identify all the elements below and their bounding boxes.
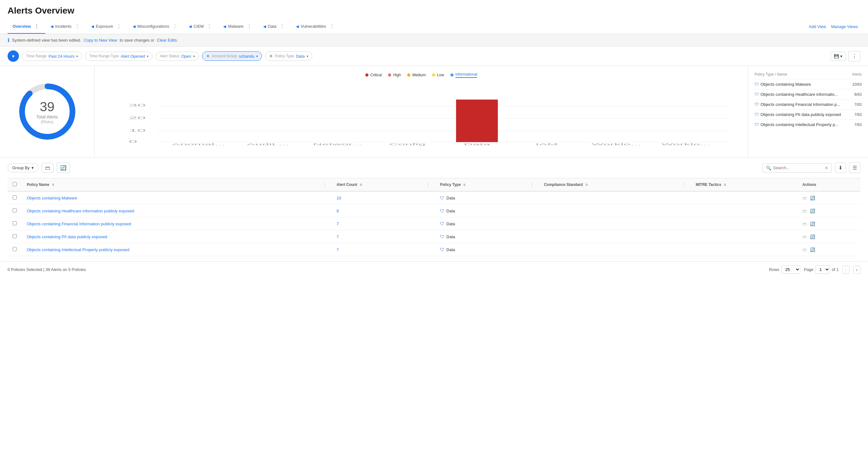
row-policy-type-0: Data [446, 196, 455, 200]
row-alert-count-4[interactable]: 7 [337, 247, 339, 252]
row-archive-icon-3[interactable]: 🗃 [802, 234, 807, 239]
tab-incidents[interactable]: ◀ Incidents ⋮ [45, 20, 86, 34]
account-group-value: schandu [239, 54, 254, 59]
policy-item-name-1: Objects containing Healthcare informatio… [761, 92, 855, 97]
sort-policy-type-icon[interactable]: ⇅ [463, 183, 466, 187]
tab-overview[interactable]: Overview ⋮ [7, 20, 45, 34]
alert-status-filter[interactable]: Alert Status Open ▾ [156, 52, 199, 61]
pagination: Rows 25 50 100 Page 1 of 1 ‹ › [769, 265, 861, 274]
severity-legend: Critical High Medium Low Informational [101, 72, 742, 78]
tab-ciem-dots[interactable]: ⋮ [206, 23, 213, 29]
sort-alert-count-icon[interactable]: ⇅ [360, 183, 362, 187]
row-archive-icon-1[interactable]: 🗃 [802, 209, 807, 213]
legend-critical[interactable]: Critical [365, 72, 382, 78]
row-mitre-1 [690, 204, 797, 217]
row-policy-name-3[interactable]: Objects containing PII data publicly exp… [27, 234, 107, 239]
donut-center: 39 Total Alerts (Risks) [36, 99, 58, 124]
tab-vulnerabilities-dots[interactable]: ⋮ [328, 23, 336, 29]
tab-malware-dots[interactable]: ⋮ [246, 23, 253, 29]
row-alert-count-3[interactable]: 7 [337, 234, 339, 239]
save-button[interactable]: 💾 ▾ [831, 52, 846, 61]
tab-incidents-label: Incidents [55, 24, 71, 29]
row-alert-count-1[interactable]: 8 [337, 209, 339, 213]
search-input[interactable] [773, 165, 823, 170]
tab-data-dots[interactable]: ⋮ [278, 23, 286, 29]
ciem-icon: ◀ [189, 24, 192, 29]
sort-compliance-icon[interactable]: ⇅ [585, 183, 588, 187]
row-refresh-icon-3[interactable]: 🔄 [810, 234, 815, 239]
tab-vulnerabilities[interactable]: ◀ Vulnerabilities ⋮ [291, 20, 340, 34]
row-refresh-icon-2[interactable]: 🔄 [810, 221, 815, 226]
row-archive-icon-2[interactable]: 🗃 [802, 221, 807, 226]
select-all-checkbox[interactable] [12, 182, 17, 186]
tab-misconfigurations-dots[interactable]: ⋮ [171, 23, 179, 29]
tab-exposure[interactable]: ◀ Exposure ⋮ [86, 20, 128, 34]
time-range-type-filter[interactable]: Time Range Type Alert Opened ▾ [85, 52, 153, 61]
legend-high[interactable]: High [388, 72, 401, 78]
high-dot [388, 73, 391, 76]
download-button[interactable]: ⬇ [835, 163, 846, 173]
more-options-button[interactable]: ⋮ [848, 51, 861, 61]
time-range-label: Time Range [26, 54, 46, 58]
tab-overview-dots[interactable]: ⋮ [33, 23, 40, 29]
col-mitre: MITRE Tactics [695, 183, 721, 187]
row-checkbox-4[interactable] [12, 247, 17, 251]
search-clear-icon[interactable]: ✕ [825, 165, 828, 170]
row-refresh-icon-0[interactable]: 🔄 [810, 196, 815, 200]
row-archive-icon-0[interactable]: 🗃 [802, 196, 807, 200]
page-dropdown[interactable]: 1 [815, 265, 830, 274]
columns-button[interactable]: ☰ [849, 163, 861, 173]
archive-button[interactable]: 🗃 [41, 163, 54, 173]
group-by-button[interactable]: Group By ▾ [7, 163, 38, 172]
row-checkbox-1[interactable] [12, 208, 17, 212]
row-alert-count-2[interactable]: 7 [337, 221, 339, 226]
row-policy-name-2[interactable]: Objects containing Financial Information… [27, 221, 131, 226]
legend-medium[interactable]: Medium [407, 72, 426, 78]
refresh-button[interactable]: 🔄 [57, 163, 70, 173]
legend-informational[interactable]: Informational [451, 72, 477, 78]
row-refresh-icon-1[interactable]: 🔄 [810, 209, 815, 213]
tab-misconfigurations[interactable]: ◀ Misconfigurations ⋮ [128, 20, 184, 34]
next-page-button[interactable]: › [853, 265, 861, 274]
row-checkbox-2[interactable] [12, 221, 17, 225]
tab-malware[interactable]: ◀ Malware ⋮ [218, 20, 258, 34]
time-range-filter[interactable]: Time Range Past 24 Hours ▾ [22, 52, 82, 61]
legend-low[interactable]: Low [432, 72, 444, 78]
resize-policy-name[interactable]: ⋮ [323, 183, 327, 187]
row-policy-name-1[interactable]: Objects containing Healthcare informatio… [27, 209, 134, 213]
clear-edits-link[interactable]: Clear Edits. [157, 38, 178, 42]
row-archive-icon-4[interactable]: 🗃 [802, 247, 807, 252]
resize-policy-type[interactable]: ⋮ [530, 183, 534, 187]
tab-ciem[interactable]: ◀ CIEM ⋮ [184, 20, 218, 34]
bar-chart-svg: 0 10 20 30 Anomal... Audit ... Networ...… [101, 83, 742, 146]
sort-mitre-icon[interactable]: ⇅ [724, 183, 726, 187]
donut-label: Total Alerts [36, 114, 58, 119]
manage-views-button[interactable]: Manage Views [829, 21, 861, 33]
row-checkbox-3[interactable] [12, 234, 17, 238]
rows-dropdown[interactable]: 25 50 100 [781, 265, 800, 274]
resize-alert-count[interactable]: ⋮ [426, 183, 430, 187]
add-view-button[interactable]: Add View [806, 21, 829, 33]
svg-text:Worklo...: Worklo... [592, 143, 641, 146]
row-alert-count-0[interactable]: 10 [337, 196, 341, 200]
row-policy-name-0[interactable]: Objects containing Malware [27, 196, 77, 200]
donut-panel: 39 Total Alerts (Risks) [0, 66, 95, 157]
row-checkbox-0[interactable] [12, 195, 17, 199]
resize-compliance[interactable]: ⋮ [682, 183, 685, 187]
row-policy-name-4[interactable]: Objects containing Intellectual Property… [27, 247, 129, 252]
rows-label: Rows [769, 267, 779, 272]
filter-icon[interactable]: ▾ [7, 51, 19, 62]
policy-type-filter[interactable]: ✕ Policy Type Data ▾ [265, 51, 312, 61]
copy-to-new-view-link[interactable]: Copy to New View [84, 38, 117, 42]
tab-incidents-dots[interactable]: ⋮ [73, 23, 81, 29]
account-group-filter[interactable]: ✕ Account Group schandu ▾ [202, 51, 262, 61]
prev-page-button[interactable]: ‹ [842, 265, 850, 274]
sort-policy-name-icon[interactable]: ⇅ [52, 183, 54, 187]
tab-exposure-dots[interactable]: ⋮ [115, 23, 123, 29]
notice-info-icon: ℹ [7, 37, 9, 43]
table-footer: 0 Policies Selected | 39 Alerts on 5 Pol… [0, 261, 868, 278]
policy-type-x[interactable]: ✕ [269, 54, 273, 59]
tab-data[interactable]: ◀ Data ⋮ [258, 20, 291, 34]
account-group-x[interactable]: ✕ [206, 54, 210, 59]
row-refresh-icon-4[interactable]: 🔄 [810, 247, 815, 252]
